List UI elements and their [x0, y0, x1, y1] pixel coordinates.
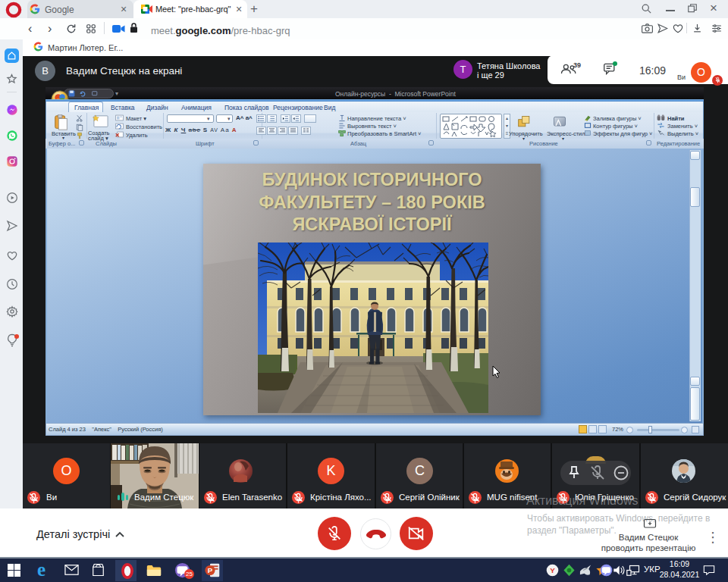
svg-text:Y: Y [550, 566, 555, 574]
svg-text:P: P [208, 566, 213, 574]
